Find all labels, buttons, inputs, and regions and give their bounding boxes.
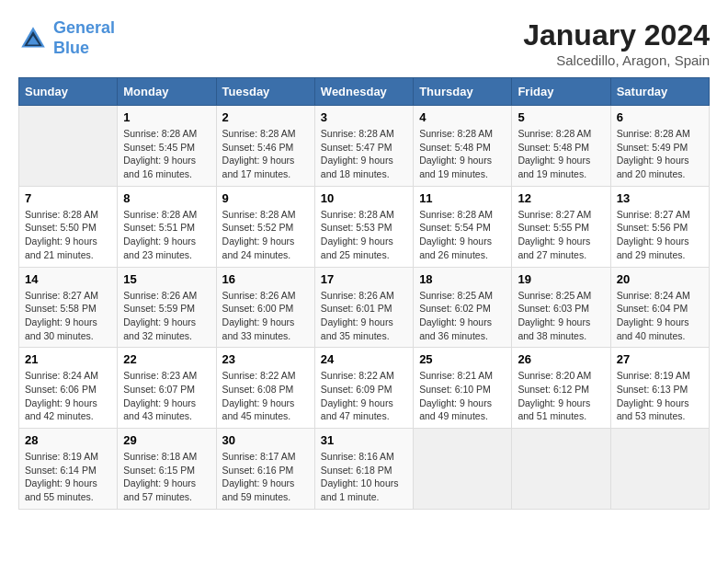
day-number: 31 [321,433,407,447]
day-info: Sunrise: 8:26 AM Sunset: 6:01 PM Dayligh… [321,289,407,343]
calendar-cell: 11Sunrise: 8:28 AM Sunset: 5:54 PM Dayli… [414,186,512,267]
day-info: Sunrise: 8:28 AM Sunset: 5:50 PM Dayligh… [25,208,111,262]
day-number: 30 [222,433,309,447]
day-info: Sunrise: 8:24 AM Sunset: 6:06 PM Dayligh… [25,369,111,423]
calendar-cell [19,106,118,187]
day-number: 3 [321,110,407,124]
day-number: 2 [222,110,309,124]
calendar-cell: 16Sunrise: 8:26 AM Sunset: 6:00 PM Dayli… [216,267,314,348]
day-number: 6 [617,110,703,124]
calendar-cell: 20Sunrise: 8:24 AM Sunset: 6:04 PM Dayli… [610,267,709,348]
calendar-cell: 14Sunrise: 8:27 AM Sunset: 5:58 PM Dayli… [19,267,118,348]
calendar-cell: 31Sunrise: 8:16 AM Sunset: 6:18 PM Dayli… [314,429,413,510]
calendar-week-row: 28Sunrise: 8:19 AM Sunset: 6:14 PM Dayli… [19,429,710,510]
day-info: Sunrise: 8:22 AM Sunset: 6:08 PM Dayligh… [222,369,309,423]
calendar-cell: 18Sunrise: 8:25 AM Sunset: 6:02 PM Dayli… [414,267,512,348]
day-info: Sunrise: 8:22 AM Sunset: 6:09 PM Dayligh… [321,369,407,423]
day-number: 10 [321,191,407,205]
day-number: 19 [518,272,604,286]
day-number: 8 [123,191,210,205]
calendar-cell: 29Sunrise: 8:18 AM Sunset: 6:15 PM Dayli… [118,429,216,510]
weekday-header-tuesday: Tuesday [216,78,314,106]
day-number: 29 [123,433,210,447]
calendar-cell: 9Sunrise: 8:28 AM Sunset: 5:52 PM Daylig… [216,186,314,267]
calendar-week-row: 1Sunrise: 8:28 AM Sunset: 5:45 PM Daylig… [19,106,710,187]
day-number: 18 [419,272,506,286]
day-number: 9 [222,191,309,205]
calendar-table: SundayMondayTuesdayWednesdayThursdayFrid… [18,77,710,510]
logo-icon [18,24,48,53]
logo: General Blue [18,18,115,58]
day-info: Sunrise: 8:19 AM Sunset: 6:13 PM Dayligh… [617,369,703,423]
day-info: Sunrise: 8:27 AM Sunset: 5:55 PM Dayligh… [518,208,604,262]
day-number: 14 [25,272,111,286]
calendar-cell: 6Sunrise: 8:28 AM Sunset: 5:49 PM Daylig… [610,106,709,187]
day-number: 11 [419,191,506,205]
main-title: January 2024 [523,18,710,52]
day-number: 28 [25,433,111,447]
subtitle: Salcedillo, Aragon, Spain [523,52,710,68]
weekday-header-sunday: Sunday [19,78,118,106]
title-area: January 2024 Salcedillo, Aragon, Spain [523,18,710,68]
day-number: 5 [518,110,604,124]
day-number: 23 [222,352,309,366]
day-info: Sunrise: 8:19 AM Sunset: 6:14 PM Dayligh… [25,450,111,504]
day-number: 22 [123,352,210,366]
day-number: 26 [518,352,604,366]
calendar-cell: 30Sunrise: 8:17 AM Sunset: 6:16 PM Dayli… [216,429,314,510]
logo-line2: Blue [53,39,89,57]
day-info: Sunrise: 8:17 AM Sunset: 6:16 PM Dayligh… [222,450,309,504]
day-info: Sunrise: 8:24 AM Sunset: 6:04 PM Dayligh… [617,289,703,343]
calendar-cell: 8Sunrise: 8:28 AM Sunset: 5:51 PM Daylig… [118,186,216,267]
day-info: Sunrise: 8:18 AM Sunset: 6:15 PM Dayligh… [123,450,210,504]
calendar-cell: 2Sunrise: 8:28 AM Sunset: 5:46 PM Daylig… [216,106,314,187]
calendar-cell [414,429,512,510]
calendar-cell: 21Sunrise: 8:24 AM Sunset: 6:06 PM Dayli… [19,348,118,429]
calendar-cell: 24Sunrise: 8:22 AM Sunset: 6:09 PM Dayli… [314,348,413,429]
day-info: Sunrise: 8:28 AM Sunset: 5:49 PM Dayligh… [617,127,703,181]
day-info: Sunrise: 8:25 AM Sunset: 6:02 PM Dayligh… [419,289,506,343]
day-number: 16 [222,272,309,286]
day-info: Sunrise: 8:27 AM Sunset: 5:56 PM Dayligh… [617,208,703,262]
day-info: Sunrise: 8:26 AM Sunset: 6:00 PM Dayligh… [222,289,309,343]
day-info: Sunrise: 8:20 AM Sunset: 6:12 PM Dayligh… [518,369,604,423]
day-number: 21 [25,352,111,366]
day-info: Sunrise: 8:28 AM Sunset: 5:47 PM Dayligh… [321,127,407,181]
day-number: 7 [25,191,111,205]
calendar-cell: 25Sunrise: 8:21 AM Sunset: 6:10 PM Dayli… [414,348,512,429]
day-number: 15 [123,272,210,286]
calendar-cell: 12Sunrise: 8:27 AM Sunset: 5:55 PM Dayli… [512,186,610,267]
weekday-header-friday: Friday [512,78,610,106]
day-info: Sunrise: 8:25 AM Sunset: 6:03 PM Dayligh… [518,289,604,343]
day-info: Sunrise: 8:16 AM Sunset: 6:18 PM Dayligh… [321,450,407,504]
day-info: Sunrise: 8:28 AM Sunset: 5:46 PM Dayligh… [222,127,309,181]
calendar-cell: 17Sunrise: 8:26 AM Sunset: 6:01 PM Dayli… [314,267,413,348]
day-info: Sunrise: 8:28 AM Sunset: 5:48 PM Dayligh… [419,127,506,181]
calendar-cell: 3Sunrise: 8:28 AM Sunset: 5:47 PM Daylig… [314,106,413,187]
weekday-header-thursday: Thursday [414,78,512,106]
weekday-header-monday: Monday [118,78,216,106]
day-number: 27 [617,352,703,366]
day-info: Sunrise: 8:28 AM Sunset: 5:52 PM Dayligh… [222,208,309,262]
day-info: Sunrise: 8:26 AM Sunset: 5:59 PM Dayligh… [123,289,210,343]
day-number: 20 [617,272,703,286]
day-info: Sunrise: 8:28 AM Sunset: 5:54 PM Dayligh… [419,208,506,262]
calendar-cell: 10Sunrise: 8:28 AM Sunset: 5:53 PM Dayli… [314,186,413,267]
calendar-cell: 5Sunrise: 8:28 AM Sunset: 5:48 PM Daylig… [512,106,610,187]
calendar-cell: 7Sunrise: 8:28 AM Sunset: 5:50 PM Daylig… [19,186,118,267]
logo-line1: General [53,18,115,37]
calendar-cell: 15Sunrise: 8:26 AM Sunset: 5:59 PM Dayli… [118,267,216,348]
calendar-week-row: 21Sunrise: 8:24 AM Sunset: 6:06 PM Dayli… [19,348,710,429]
calendar-cell: 22Sunrise: 8:23 AM Sunset: 6:07 PM Dayli… [118,348,216,429]
day-number: 17 [321,272,407,286]
calendar-cell [610,429,709,510]
day-number: 24 [321,352,407,366]
calendar-cell: 13Sunrise: 8:27 AM Sunset: 5:56 PM Dayli… [610,186,709,267]
day-number: 25 [419,352,506,366]
day-info: Sunrise: 8:23 AM Sunset: 6:07 PM Dayligh… [123,369,210,423]
header: General Blue January 2024 Salcedillo, Ar… [18,18,710,68]
day-number: 1 [123,110,210,124]
calendar-cell: 4Sunrise: 8:28 AM Sunset: 5:48 PM Daylig… [414,106,512,187]
calendar-week-row: 7Sunrise: 8:28 AM Sunset: 5:50 PM Daylig… [19,186,710,267]
logo-text: General Blue [53,18,115,58]
